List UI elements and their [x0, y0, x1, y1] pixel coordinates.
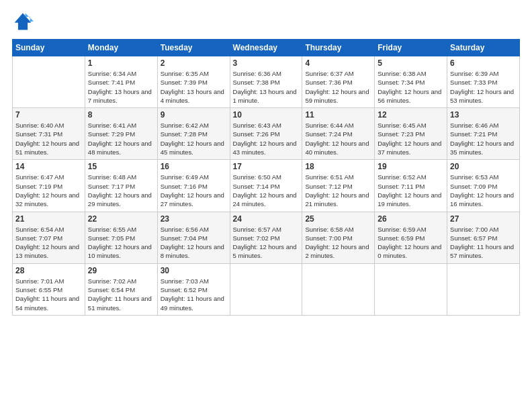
- header: [12, 11, 520, 32]
- day-number: 10: [233, 110, 300, 120]
- calendar-week: 7 Sunrise: 6:40 AM Sunset: 7:31 PM Dayli…: [13, 108, 520, 160]
- calendar-cell: 29 Sunrise: 7:02 AM Sunset: 6:54 PM Dayl…: [85, 263, 157, 315]
- day-info: Sunrise: 6:49 AM Sunset: 7:16 PM Dayligh…: [161, 173, 227, 208]
- calendar-week: 1 Sunrise: 6:34 AM Sunset: 7:41 PM Dayli…: [13, 56, 520, 108]
- day-number: 11: [305, 110, 371, 120]
- sunrise: Sunrise: 6:44 AM: [305, 122, 353, 129]
- daylight: Daylight: 13 hours and 4 minutes.: [161, 88, 224, 104]
- day-number: 6: [450, 58, 517, 68]
- day-number: 19: [378, 162, 444, 171]
- day-info: Sunrise: 6:53 AM Sunset: 7:09 PM Dayligh…: [450, 173, 517, 208]
- day-info: Sunrise: 6:38 AM Sunset: 7:34 PM Dayligh…: [378, 69, 444, 105]
- sunrise: Sunrise: 6:49 AM: [161, 173, 209, 181]
- day-info: Sunrise: 6:52 AM Sunset: 7:11 PM Dayligh…: [378, 173, 444, 208]
- sunset: Sunset: 7:16 PM: [161, 183, 208, 190]
- sunrise: Sunrise: 6:41 AM: [88, 122, 136, 129]
- day-number: 23: [161, 214, 227, 224]
- daylight: Daylight: 12 hours and 19 minutes.: [378, 191, 441, 208]
- daylight: Daylight: 12 hours and 5 minutes.: [233, 243, 297, 259]
- daylight: Daylight: 12 hours and 16 minutes.: [450, 191, 514, 208]
- calendar-cell: 25 Sunrise: 6:58 AM Sunset: 7:00 PM Dayl…: [302, 212, 375, 263]
- calendar-cell: 13 Sunrise: 6:46 AM Sunset: 7:21 PM Dayl…: [447, 108, 520, 160]
- weekday-header-cell: Friday: [375, 40, 447, 56]
- calendar-cell: 27 Sunrise: 7:00 AM Sunset: 6:57 PM Dayl…: [447, 212, 520, 263]
- sunrise: Sunrise: 6:56 AM: [161, 226, 209, 233]
- calendar-cell: [230, 263, 302, 315]
- sunset: Sunset: 7:41 PM: [88, 79, 135, 86]
- daylight: Daylight: 13 hours and 1 minute.: [233, 88, 297, 104]
- calendar-cell: 18 Sunrise: 6:51 AM Sunset: 7:12 PM Dayl…: [302, 160, 375, 212]
- daylight: Daylight: 12 hours and 37 minutes.: [378, 140, 441, 156]
- day-info: Sunrise: 7:01 AM Sunset: 6:55 PM Dayligh…: [15, 277, 82, 312]
- calendar-cell: 26 Sunrise: 6:59 AM Sunset: 6:59 PM Dayl…: [375, 212, 447, 263]
- daylight: Daylight: 12 hours and 35 minutes.: [450, 140, 514, 156]
- daylight: Daylight: 12 hours and 10 minutes.: [88, 243, 152, 259]
- sunset: Sunset: 7:33 PM: [450, 79, 497, 86]
- sunset: Sunset: 7:24 PM: [305, 130, 352, 138]
- calendar-cell: [375, 263, 447, 315]
- page: SundayMondayTuesdayWednesdayThursdayFrid…: [0, 0, 532, 411]
- day-info: Sunrise: 6:39 AM Sunset: 7:33 PM Dayligh…: [450, 69, 517, 105]
- sunset: Sunset: 7:31 PM: [15, 130, 62, 138]
- sunrise: Sunrise: 6:52 AM: [378, 173, 426, 181]
- sunrise: Sunrise: 6:36 AM: [233, 70, 281, 77]
- daylight: Daylight: 12 hours and 32 minutes.: [15, 191, 79, 208]
- sunrise: Sunrise: 6:55 AM: [88, 226, 136, 233]
- weekday-header-cell: Saturday: [447, 40, 520, 56]
- sunset: Sunset: 7:38 PM: [233, 79, 280, 86]
- day-info: Sunrise: 7:00 AM Sunset: 6:57 PM Dayligh…: [450, 225, 517, 261]
- sunset: Sunset: 7:05 PM: [88, 234, 135, 242]
- calendar-cell: 2 Sunrise: 6:35 AM Sunset: 7:39 PM Dayli…: [157, 56, 230, 108]
- sunset: Sunset: 7:39 PM: [161, 79, 208, 86]
- sunrise: Sunrise: 6:51 AM: [305, 173, 353, 181]
- sunset: Sunset: 6:54 PM: [88, 286, 135, 293]
- daylight: Daylight: 12 hours and 51 minutes.: [15, 140, 79, 156]
- daylight: Daylight: 12 hours and 45 minutes.: [161, 140, 224, 156]
- calendar-cell: 24 Sunrise: 6:57 AM Sunset: 7:02 PM Dayl…: [230, 212, 302, 263]
- weekday-header-cell: Wednesday: [230, 40, 302, 56]
- day-info: Sunrise: 6:51 AM Sunset: 7:12 PM Dayligh…: [305, 173, 371, 208]
- sunrise: Sunrise: 7:03 AM: [161, 277, 209, 285]
- sunrise: Sunrise: 6:45 AM: [378, 122, 426, 129]
- calendar-cell: 9 Sunrise: 6:42 AM Sunset: 7:28 PM Dayli…: [157, 108, 230, 160]
- logo-icon: [12, 11, 34, 32]
- daylight: Daylight: 11 hours and 49 minutes.: [161, 295, 224, 311]
- day-info: Sunrise: 6:54 AM Sunset: 7:07 PM Dayligh…: [15, 225, 82, 261]
- sunset: Sunset: 7:36 PM: [305, 79, 352, 86]
- daylight: Daylight: 11 hours and 51 minutes.: [88, 295, 152, 311]
- day-number: 14: [15, 162, 82, 171]
- day-number: 8: [88, 110, 154, 120]
- day-number: 25: [305, 214, 371, 224]
- day-info: Sunrise: 6:36 AM Sunset: 7:38 PM Dayligh…: [233, 69, 300, 105]
- sunrise: Sunrise: 7:01 AM: [15, 277, 64, 285]
- day-number: 29: [88, 266, 154, 275]
- sunset: Sunset: 7:34 PM: [378, 79, 425, 86]
- calendar-cell: 30 Sunrise: 7:03 AM Sunset: 6:52 PM Dayl…: [157, 263, 230, 315]
- sunset: Sunset: 7:09 PM: [450, 183, 497, 190]
- sunset: Sunset: 7:02 PM: [233, 234, 280, 242]
- day-number: 15: [88, 162, 154, 171]
- sunrise: Sunrise: 6:48 AM: [88, 173, 136, 181]
- calendar-cell: 1 Sunrise: 6:34 AM Sunset: 7:41 PM Dayli…: [85, 56, 157, 108]
- sunset: Sunset: 7:28 PM: [161, 130, 208, 138]
- weekday-header-cell: Sunday: [13, 40, 85, 56]
- day-number: 20: [450, 162, 517, 171]
- weekday-header-cell: Thursday: [302, 40, 375, 56]
- sunset: Sunset: 7:23 PM: [378, 130, 425, 138]
- daylight: Daylight: 12 hours and 2 minutes.: [305, 243, 369, 259]
- day-info: Sunrise: 6:58 AM Sunset: 7:00 PM Dayligh…: [305, 225, 371, 261]
- sunrise: Sunrise: 6:53 AM: [450, 173, 498, 181]
- sunset: Sunset: 7:11 PM: [378, 183, 425, 190]
- day-info: Sunrise: 6:40 AM Sunset: 7:31 PM Dayligh…: [15, 121, 82, 156]
- day-number: 22: [88, 214, 154, 224]
- sunset: Sunset: 7:29 PM: [88, 130, 135, 138]
- calendar-cell: 28 Sunrise: 7:01 AM Sunset: 6:55 PM Dayl…: [13, 263, 85, 315]
- sunrise: Sunrise: 6:34 AM: [88, 70, 136, 77]
- calendar-cell: 12 Sunrise: 6:45 AM Sunset: 7:23 PM Dayl…: [375, 108, 447, 160]
- day-number: 7: [15, 110, 82, 120]
- calendar-cell: [13, 56, 85, 108]
- day-info: Sunrise: 6:47 AM Sunset: 7:19 PM Dayligh…: [15, 173, 82, 208]
- sunset: Sunset: 7:17 PM: [88, 183, 135, 190]
- calendar-cell: 17 Sunrise: 6:50 AM Sunset: 7:14 PM Dayl…: [230, 160, 302, 212]
- day-number: 18: [305, 162, 371, 171]
